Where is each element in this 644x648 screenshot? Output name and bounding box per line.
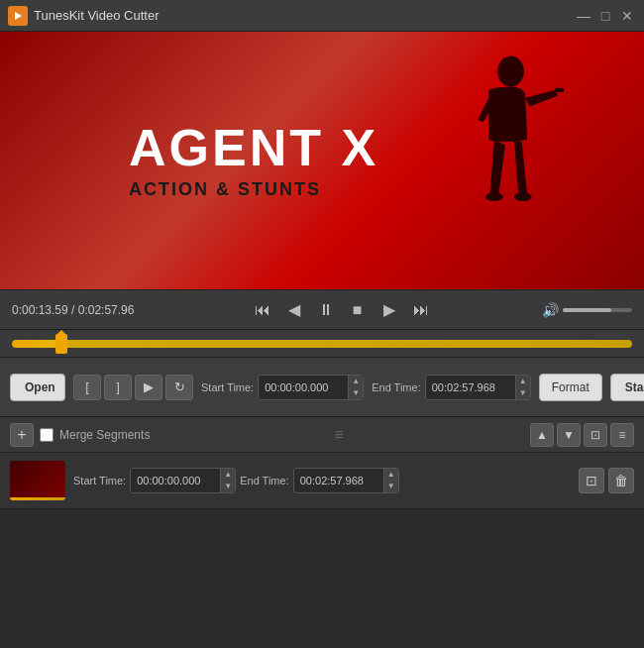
segment-thumbnail: [10, 461, 65, 500]
stop-button[interactable]: ■: [344, 296, 372, 324]
segment-action-buttons: ⊡ 🗑: [579, 468, 634, 493]
end-time-spinner: ▲ ▼: [515, 376, 530, 399]
video-figure: [446, 52, 565, 250]
table-row: Start Time: ▲ ▼ End Time: ▲ ▼ ⊡ 🗑: [0, 453, 644, 509]
trim-icon-group: [ ] ▶ ↻: [73, 375, 193, 400]
segment-list-button[interactable]: ≡: [610, 423, 634, 447]
close-button[interactable]: ✕: [618, 7, 636, 25]
seg-start-down[interactable]: ▼: [221, 481, 235, 492]
timeline-played: [12, 340, 61, 348]
timeline-bar[interactable]: [0, 329, 644, 357]
segment-up-button[interactable]: ▲: [530, 423, 554, 447]
play-button[interactable]: ▶: [376, 296, 403, 324]
merge-checkbox[interactable]: [40, 428, 54, 442]
skip-fwd-button[interactable]: ⏭: [407, 296, 435, 324]
segment-delete-button[interactable]: 🗑: [608, 468, 634, 493]
window-controls: — □ ✕: [575, 7, 636, 25]
start-button[interactable]: Start: [610, 374, 644, 401]
svg-point-5: [514, 192, 532, 201]
step-back-button[interactable]: ◀: [280, 296, 308, 324]
seg-end-label: End Time:: [240, 475, 289, 486]
start-time-down[interactable]: ▼: [349, 387, 363, 399]
seg-end-up[interactable]: ▲: [384, 469, 398, 481]
format-button[interactable]: Format: [539, 374, 602, 401]
seg-start-label: Start Time:: [73, 475, 126, 486]
volume-fill: [563, 308, 611, 312]
app-title: TunesKit Video Cutter: [34, 8, 575, 23]
segments-area: + Merge Segments ≡ ▲ ▼ ⊡ ≡ Start Time: ▲…: [0, 416, 644, 509]
end-time-input-wrapper: ▲ ▼: [425, 375, 531, 400]
svg-point-2: [497, 55, 524, 86]
end-time-down[interactable]: ▼: [516, 387, 530, 399]
volume-icon: 🔊: [542, 302, 559, 318]
open-button[interactable]: Open: [10, 374, 65, 401]
start-time-label: Start Time:: [201, 381, 254, 393]
end-time-label: End Time:: [372, 381, 421, 393]
merge-label: Merge Segments: [59, 428, 150, 442]
playback-bar: 0:00:13.59 / 0:02:57.96 ⏮ ◀ ⏸ ■ ▶ ⏭ 🔊: [0, 289, 644, 329]
volume-slider[interactable]: [563, 308, 632, 312]
mark-out-button[interactable]: ]: [104, 375, 132, 400]
svg-point-4: [485, 192, 503, 201]
timeline-handle[interactable]: [55, 334, 67, 354]
end-time-up[interactable]: ▲: [516, 376, 530, 387]
seg-end-input-wrapper: ▲ ▼: [293, 468, 399, 493]
segment-nav-buttons: ▲ ▼ ⊡ ≡: [530, 423, 634, 447]
thumbnail-inner: [10, 461, 65, 500]
seg-end-spinner: ▲ ▼: [383, 469, 398, 492]
timeline-selection: [61, 340, 632, 348]
seg-end-down[interactable]: ▼: [384, 481, 398, 492]
segments-header: + Merge Segments ≡ ▲ ▼ ⊡ ≡: [0, 417, 644, 453]
skip-back-button[interactable]: ⏮: [249, 296, 276, 324]
title-bar: TunesKit Video Cutter — □ ✕: [0, 0, 644, 32]
segment-time-group: Start Time: ▲ ▼ End Time: ▲ ▼: [73, 468, 571, 493]
play-segment-button[interactable]: ▶: [135, 375, 162, 400]
start-time-group: Start Time: ▲ ▼: [201, 375, 364, 400]
start-time-input-wrapper: ▲ ▼: [258, 375, 364, 400]
video-title-area: AGENT X ACTION & STUNTS: [129, 122, 378, 200]
seg-start-input[interactable]: [131, 472, 220, 489]
svg-rect-3: [555, 88, 564, 92]
seg-start-up[interactable]: ▲: [221, 469, 235, 481]
video-preview: AGENT X ACTION & STUNTS: [0, 32, 644, 289]
video-subtitle: ACTION & STUNTS: [129, 179, 378, 200]
add-segment-button[interactable]: +: [10, 423, 34, 447]
time-display: 0:00:13.59 / 0:02:57.96: [12, 303, 141, 317]
timeline-track[interactable]: [12, 340, 632, 348]
segment-screen-button[interactable]: ⊡: [584, 423, 607, 447]
segment-time-bar: [10, 497, 65, 500]
mark-in-button[interactable]: [: [73, 375, 101, 400]
seg-start-input-wrapper: ▲ ▼: [130, 468, 236, 493]
drag-handle-icon: ≡: [156, 426, 524, 444]
segment-edit-button[interactable]: ⊡: [579, 468, 604, 493]
pause-button[interactable]: ⏸: [312, 296, 340, 324]
start-time-spinner: ▲ ▼: [348, 376, 363, 399]
loop-button[interactable]: ↻: [165, 375, 193, 400]
app-icon: [8, 6, 28, 26]
seg-end-input[interactable]: [294, 472, 383, 489]
end-time-group: End Time: ▲ ▼: [372, 375, 531, 400]
minimize-button[interactable]: —: [575, 7, 592, 25]
volume-area: 🔊: [542, 302, 632, 318]
start-time-up[interactable]: ▲: [349, 376, 363, 387]
end-time-input[interactable]: [426, 378, 515, 396]
segment-down-button[interactable]: ▼: [557, 423, 581, 447]
start-time-input[interactable]: [259, 378, 348, 396]
seg-start-spinner: ▲ ▼: [220, 469, 235, 492]
playback-controls: ⏮ ◀ ⏸ ■ ▶ ⏭: [147, 296, 536, 324]
video-main-title: AGENT X: [129, 122, 378, 173]
maximize-button[interactable]: □: [596, 7, 614, 25]
trim-controls: Open [ ] ▶ ↻ Start Time: ▲ ▼ End Time: ▲…: [0, 357, 644, 416]
